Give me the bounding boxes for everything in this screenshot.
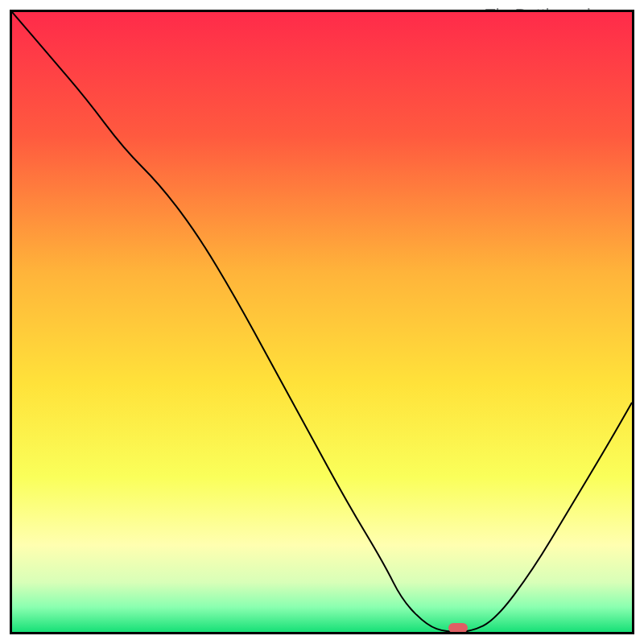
optimum-marker bbox=[448, 623, 468, 633]
gradient-background bbox=[12, 12, 632, 632]
chart-plot-area bbox=[10, 10, 634, 634]
svg-rect-0 bbox=[12, 12, 632, 632]
